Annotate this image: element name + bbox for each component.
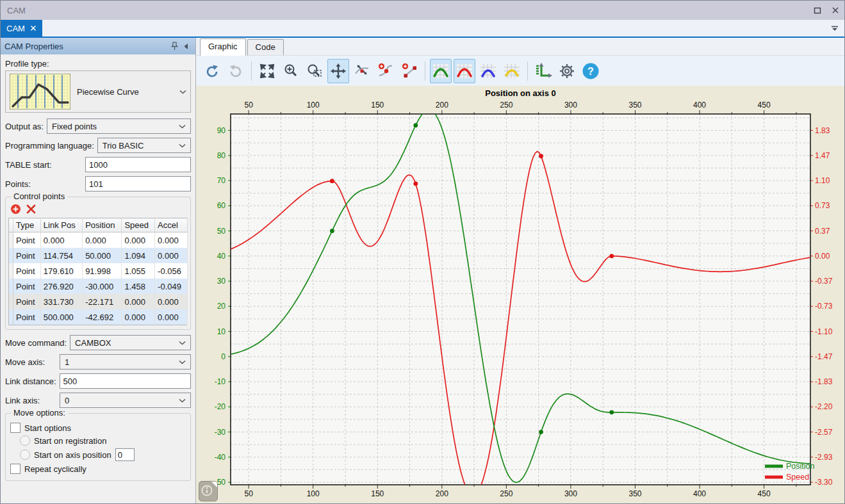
repeat-cyclically-checkbox[interactable]	[10, 464, 21, 474]
zoom-window-button[interactable]	[304, 59, 325, 83]
programming-language-select[interactable]: Trio BASIC	[97, 138, 191, 153]
table-cell[interactable]: 0.000	[122, 309, 155, 325]
close-button[interactable]	[826, 3, 844, 17]
help-button[interactable]: ?	[580, 59, 602, 83]
left-axis-tick-label: -30	[215, 428, 226, 437]
table-row[interactable]: Point276.920-30.0001.458-0.049	[9, 279, 188, 294]
move-axis-value: 1	[65, 357, 179, 367]
redo-button[interactable]	[225, 59, 247, 83]
table-start-input[interactable]: 1000	[85, 157, 191, 172]
table-cell[interactable]: 0.000	[122, 294, 155, 309]
move-point-button[interactable]	[351, 59, 373, 83]
undo-icon	[204, 63, 220, 79]
control-point-marker[interactable]	[413, 123, 418, 127]
move-axis-select[interactable]: 1	[60, 354, 191, 370]
delete-control-point-button[interactable]	[26, 204, 37, 215]
tab-code[interactable]: Code	[247, 39, 284, 55]
column-header[interactable]: Link Pos	[40, 218, 82, 232]
table-cell[interactable]: 1.055	[122, 263, 155, 279]
table-cell[interactable]: Point	[13, 309, 41, 325]
table-cell[interactable]: Point	[13, 248, 41, 263]
control-point-marker[interactable]	[609, 254, 614, 258]
graph-pane: Graphic Code	[196, 38, 844, 503]
table-cell[interactable]: 331.730	[40, 294, 82, 309]
add-endpoint-button[interactable]	[398, 59, 420, 83]
control-point-marker[interactable]	[413, 181, 418, 186]
info-button[interactable]	[199, 481, 218, 501]
table-cell[interactable]: 179.610	[40, 263, 82, 279]
link-axis-select[interactable]: 0	[60, 393, 191, 408]
add-point-button[interactable]	[375, 59, 397, 83]
table-cell[interactable]: 0.000	[155, 294, 188, 309]
table-cell[interactable]: 0.000	[122, 232, 155, 248]
points-input[interactable]: 101	[85, 176, 191, 191]
control-point-marker[interactable]	[609, 410, 614, 414]
axis-scale-button[interactable]	[532, 59, 554, 83]
table-cell[interactable]: 500.000	[40, 309, 82, 325]
table-cell[interactable]: 1.094	[122, 248, 155, 263]
column-header[interactable]: Type	[13, 218, 41, 232]
table-cell[interactable]: 0.000	[83, 232, 122, 248]
table-cell[interactable]: Point	[13, 232, 41, 248]
x-axis-tick-label: 100	[307, 489, 320, 498]
x-axis-tick-label: 400	[693, 101, 706, 110]
table-cell[interactable]: 0.000	[155, 309, 188, 325]
table-cell[interactable]: -42.692	[83, 309, 122, 325]
table-row[interactable]: Point179.61091.9981.055-0.056	[9, 263, 188, 279]
profile-type-selector[interactable]: Piecewise Curve	[5, 70, 191, 113]
axis-position-input[interactable]: 0	[115, 448, 135, 461]
table-cell[interactable]: Point	[13, 294, 41, 309]
table-cell[interactable]: 91.998	[83, 263, 122, 279]
move-command-select[interactable]: CAMBOX	[70, 335, 191, 350]
collapse-button[interactable]	[180, 40, 192, 52]
tab-list-icon[interactable]	[830, 24, 839, 33]
table-row[interactable]: Point500.000-42.6920.0000.000	[9, 309, 188, 325]
link-distance-input[interactable]: 500	[60, 373, 192, 389]
table-row[interactable]: Point114.75450.0001.0940.000	[9, 248, 188, 263]
table-cell[interactable]: -30.000	[83, 279, 122, 294]
control-point-marker[interactable]	[539, 430, 543, 434]
table-cell[interactable]: -0.049	[155, 279, 188, 294]
table-cell[interactable]: 1.458	[122, 279, 155, 294]
add-control-point-button[interactable]	[10, 204, 21, 215]
toggle-speed-curve-button[interactable]	[454, 59, 475, 83]
table-cell[interactable]: -0.056	[155, 263, 188, 279]
table-cell[interactable]: 0.000	[155, 232, 188, 248]
fit-view-button[interactable]	[256, 59, 278, 83]
toggle-position-curve-button[interactable]	[430, 59, 452, 83]
zoom-in-button[interactable]	[280, 59, 302, 83]
table-cell[interactable]: 50.000	[83, 248, 122, 263]
start-on-axis-position-radio[interactable]	[20, 450, 30, 460]
toggle-jerk-curve-button[interactable]	[501, 59, 523, 83]
tab-cam[interactable]: CAM	[1, 20, 42, 37]
table-cell[interactable]: 0.000	[155, 248, 188, 263]
tab-graphic[interactable]: Graphic	[200, 38, 246, 56]
control-point-marker[interactable]	[539, 154, 543, 158]
move-axis-label: Move axis:	[5, 357, 56, 367]
column-header[interactable]: Speed	[122, 218, 155, 232]
control-point-marker[interactable]	[330, 179, 334, 183]
chart-canvas[interactable]: 5050100100150150200200250250300300350350…	[196, 86, 845, 504]
settings-button[interactable]	[556, 59, 578, 83]
output-as-select[interactable]: Fixed points	[47, 118, 191, 134]
maximize-button[interactable]	[808, 3, 826, 17]
column-header[interactable]: Position	[83, 218, 122, 232]
pin-button[interactable]	[168, 40, 180, 52]
table-cell[interactable]: 114.754	[40, 248, 82, 263]
table-cell[interactable]: Point	[13, 279, 41, 294]
tab-close-icon[interactable]	[30, 25, 37, 31]
x-axis-tick-label: 200	[436, 101, 448, 110]
control-point-marker[interactable]	[330, 229, 334, 233]
undo-button[interactable]	[201, 59, 223, 83]
table-row[interactable]: Point0.0000.0000.0000.000	[9, 232, 188, 248]
column-header[interactable]: Accel	[155, 218, 188, 232]
start-options-checkbox[interactable]	[10, 423, 21, 433]
start-on-registration-radio[interactable]	[20, 435, 30, 446]
table-cell[interactable]: 0.000	[40, 232, 82, 248]
table-cell[interactable]: Point	[13, 263, 41, 279]
toggle-accel-curve-button[interactable]	[477, 59, 499, 83]
table-row[interactable]: Point331.730-22.1710.0000.000	[9, 294, 188, 309]
table-cell[interactable]: -22.171	[83, 294, 122, 309]
pan-button[interactable]	[327, 59, 349, 83]
table-cell[interactable]: 276.920	[40, 279, 82, 294]
